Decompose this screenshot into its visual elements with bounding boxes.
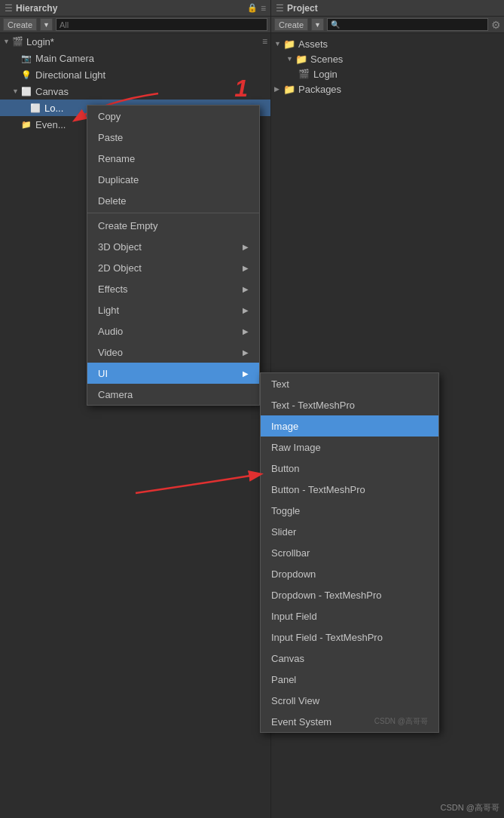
- packages-folder-icon: 📁: [283, 84, 297, 95]
- menu-item-effects[interactable]: Effects ▶: [87, 278, 259, 299]
- hierarchy-title: Hierarchy: [16, 3, 57, 14]
- submenu-item-dropdown-tmp[interactable]: Dropdown - TextMeshPro: [261, 584, 438, 605]
- submenu-item-input-field-tmp[interactable]: Input Field - TextMeshPro: [261, 627, 438, 648]
- submenu-item-event-system[interactable]: Event System CSDN @高哥哥: [261, 711, 438, 732]
- hierarchy-hamburger-icon[interactable]: ☰: [5, 3, 13, 14]
- camera-icon: 📷: [21, 54, 33, 63]
- assets-label: Assets: [298, 38, 328, 50]
- submenu-item-slider[interactable]: Slider: [261, 521, 438, 542]
- menu-item-ui[interactable]: UI ▶: [87, 363, 259, 384]
- submenu-item-button[interactable]: Button: [261, 458, 438, 479]
- assets-folder-icon: 📁: [283, 38, 297, 50]
- menu-item-copy[interactable]: Copy: [87, 106, 259, 127]
- expand-assets: ▼: [274, 40, 283, 47]
- main-camera-label: Main Camera: [35, 53, 94, 64]
- tree-item-canvas[interactable]: ▼ ⬜ Canvas: [0, 83, 270, 100]
- packages-label: Packages: [298, 84, 341, 95]
- project-tree: ▼ 📁 Assets ▼ 📁 Scenes 🎬 Login ▶ 📁 Packag…: [271, 33, 504, 100]
- submenu-item-canvas[interactable]: Canvas: [261, 648, 438, 669]
- project-title: Project: [287, 3, 318, 14]
- project-search-container: 🔍: [327, 18, 488, 31]
- submenu-item-text-tmp[interactable]: Text - TextMeshPro: [261, 394, 438, 415]
- submenu-item-scroll-view[interactable]: Scroll View: [261, 690, 438, 711]
- hierarchy-options-icon[interactable]: ≡: [262, 36, 267, 47]
- hierarchy-create-arrow[interactable]: ▼: [40, 18, 53, 31]
- canvas-expand-arrow: ▼: [12, 87, 21, 95]
- submenu-item-button-tmp[interactable]: Button - TextMeshPro: [261, 479, 438, 500]
- login-root-label: Login*: [26, 36, 54, 47]
- arrow-ui: ▶: [243, 369, 249, 378]
- project-item-login-scene[interactable]: 🎬 Login: [271, 66, 504, 81]
- hierarchy-tree: ▼ 🎬 Login* ≡ 📷 Main Camera 💡 Directional…: [0, 33, 271, 818]
- canvas-label: Canvas: [35, 86, 69, 97]
- menu-item-video[interactable]: Video ▶: [87, 342, 259, 363]
- submenu-item-image[interactable]: Image: [261, 415, 438, 437]
- project-create-arrow[interactable]: ▼: [311, 18, 324, 31]
- context-menu: Copy Paste Rename Duplicate Delete Creat…: [87, 105, 260, 406]
- project-hamburger-icon[interactable]: ☰: [276, 3, 284, 14]
- menu-separator-1: [87, 213, 259, 213]
- lock-icon: 🔒: [247, 3, 258, 13]
- menu-item-delete[interactable]: Delete: [87, 190, 259, 211]
- event-icon: 📁: [21, 120, 33, 130]
- arrow-effects: ▶: [243, 285, 249, 293]
- project-item-assets[interactable]: ▼ 📁 Assets: [271, 36, 504, 51]
- hierarchy-menu-icon[interactable]: ≡: [261, 3, 266, 14]
- submenu-item-input-field[interactable]: Input Field: [261, 605, 438, 627]
- submenu-item-text[interactable]: Text: [261, 373, 438, 394]
- project-toolbar: Create ▼ 🔍 ⚙: [271, 17, 504, 32]
- login-scene-icon: 🎬: [298, 69, 312, 79]
- arrow-3d: ▶: [243, 243, 249, 251]
- expand-scenes: ▼: [286, 55, 295, 63]
- expand-arrow: ▼: [3, 38, 12, 45]
- menu-item-duplicate[interactable]: Duplicate: [87, 169, 259, 190]
- expand-packages: ▶: [274, 85, 283, 93]
- hierarchy-panel-header: ☰ Hierarchy 🔒 ≡: [0, 0, 271, 16]
- arrow-audio: ▶: [243, 327, 249, 335]
- event-label: Even...: [35, 119, 66, 130]
- submenu-item-panel[interactable]: Panel: [261, 669, 438, 690]
- menu-item-2d-object[interactable]: 2D Object ▶: [87, 257, 259, 278]
- menu-item-paste[interactable]: Paste: [87, 127, 259, 148]
- menu-item-audio[interactable]: Audio ▶: [87, 320, 259, 342]
- hierarchy-toolbar: Create ▼: [0, 17, 271, 32]
- arrow-light: ▶: [243, 306, 249, 314]
- menu-item-create-empty[interactable]: Create Empty: [87, 215, 259, 236]
- submenu-item-scrollbar[interactable]: Scrollbar: [261, 542, 438, 563]
- tree-item-main-camera[interactable]: 📷 Main Camera: [0, 50, 270, 66]
- menu-item-3d-object[interactable]: 3D Object ▶: [87, 236, 259, 257]
- scenes-folder-icon: 📁: [295, 54, 309, 65]
- login-obj-icon: ⬜: [30, 103, 42, 113]
- login-scene-label: Login: [313, 69, 338, 80]
- project-settings-icon[interactable]: ⚙: [491, 19, 501, 31]
- menu-item-camera[interactable]: Camera: [87, 384, 259, 405]
- light-icon: 💡: [21, 70, 33, 80]
- submenu-item-toggle[interactable]: Toggle: [261, 500, 438, 521]
- submenu-watermark-inline: CSDN @高哥哥: [374, 716, 428, 727]
- canvas-icon: ⬜: [21, 87, 33, 97]
- login-root-icon: 🎬: [12, 36, 24, 47]
- submenu-item-raw-image[interactable]: Raw Image: [261, 437, 438, 458]
- hierarchy-search-input[interactable]: [56, 18, 267, 31]
- arrow-2d: ▶: [243, 264, 249, 272]
- search-icon: 🔍: [331, 20, 340, 29]
- project-panel-header: ☰ Project: [271, 0, 504, 16]
- arrow-video: ▶: [243, 348, 249, 357]
- tree-item-login-root[interactable]: ▼ 🎬 Login* ≡: [0, 33, 270, 50]
- login-obj-label: Lo...: [44, 103, 63, 114]
- hierarchy-create-button[interactable]: Create: [3, 18, 37, 31]
- project-item-packages[interactable]: ▶ 📁 Packages: [271, 81, 504, 97]
- submenu-item-dropdown[interactable]: Dropdown: [261, 563, 438, 584]
- project-item-scenes[interactable]: ▼ 📁 Scenes: [271, 51, 504, 66]
- ui-submenu: Text Text - TextMeshPro Image Raw Image …: [260, 372, 439, 733]
- scenes-label: Scenes: [310, 54, 343, 65]
- project-create-button[interactable]: Create: [274, 18, 308, 31]
- menu-item-light[interactable]: Light ▶: [87, 299, 259, 320]
- menu-item-rename[interactable]: Rename: [87, 148, 259, 169]
- directional-light-label: Directional Light: [35, 69, 105, 81]
- tree-item-directional-light[interactable]: 💡 Directional Light: [0, 66, 270, 83]
- watermark: CSDN @高哥哥: [441, 802, 499, 813]
